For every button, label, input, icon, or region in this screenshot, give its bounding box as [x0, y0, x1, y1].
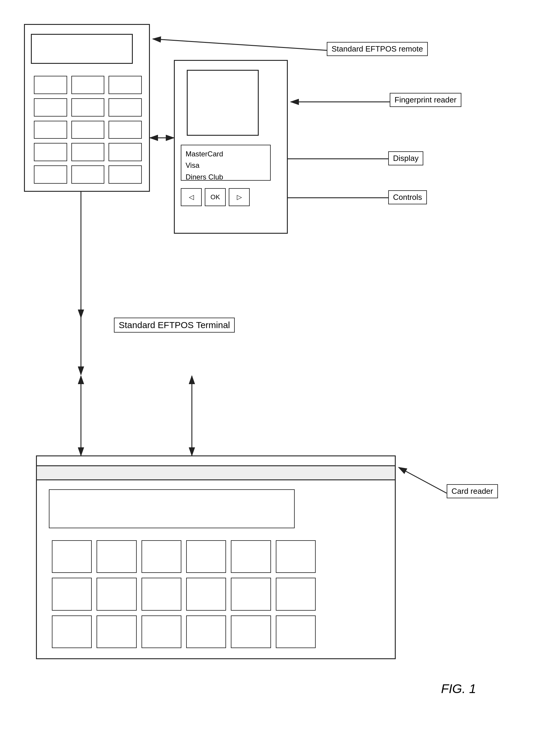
- cr-key: [186, 615, 226, 648]
- eftpos-terminal-label: Standard EFTPOS Terminal: [114, 318, 235, 333]
- fp-sensor: [187, 70, 259, 136]
- cr-key: [231, 540, 271, 573]
- cr-key: [52, 578, 92, 610]
- mastercard-label: MasterCard: [186, 148, 266, 160]
- cr-key: [276, 615, 316, 648]
- cr-key: [186, 540, 226, 573]
- cr-key: [97, 540, 136, 573]
- eftpos-remote-screen: [31, 34, 133, 64]
- cr-key: [141, 540, 181, 573]
- cr-key: [231, 615, 271, 648]
- fingerprint-reader-label-text: Fingerprint reader: [395, 95, 457, 104]
- remote-key: [109, 98, 142, 117]
- cr-key: [97, 578, 136, 610]
- cr-key: [231, 578, 271, 610]
- remote-key: [34, 76, 67, 94]
- right-control-btn[interactable]: ▷: [229, 188, 250, 206]
- fp-display-area: MasterCard Visa Diners Club: [181, 145, 271, 181]
- figure-label: FIG. 1: [441, 682, 476, 696]
- cr-key: [52, 615, 92, 648]
- eftpos-remote-label-text: Standard EFTPOS remote: [332, 44, 423, 53]
- diagram: Standard EFTPOS remote MasterCard Visa D…: [0, 0, 560, 732]
- remote-key: [71, 121, 105, 139]
- cr-key: [276, 540, 316, 573]
- card-reader-display: [49, 489, 295, 528]
- remote-key: [109, 76, 142, 94]
- remote-key: [71, 143, 105, 161]
- eftpos-terminal-label-text: Standard EFTPOS Terminal: [119, 320, 230, 330]
- remote-key: [109, 165, 142, 184]
- eftpos-remote-device: [24, 24, 150, 192]
- remote-key: [71, 165, 105, 184]
- remote-key: [71, 76, 105, 94]
- card-reader-keypad: [49, 537, 319, 651]
- card-reader-label: Card reader: [447, 484, 498, 498]
- ok-control-btn[interactable]: OK: [205, 188, 226, 206]
- eftpos-remote-label: Standard EFTPOS remote: [327, 42, 428, 56]
- remote-key: [34, 143, 67, 161]
- remote-key: [71, 98, 105, 117]
- visa-label: Visa: [186, 160, 266, 171]
- controls-label-text: Controls: [393, 193, 422, 202]
- cr-key: [141, 615, 181, 648]
- card-reader-label-text: Card reader: [451, 486, 493, 495]
- card-reader-device: [36, 455, 396, 659]
- fp-controls-area: ◁ OK ▷: [181, 187, 271, 208]
- remote-key: [34, 121, 67, 139]
- remote-key: [34, 98, 67, 117]
- remote-key: [34, 165, 67, 184]
- cr-key: [52, 540, 92, 573]
- diners-label: Diners Club: [186, 171, 266, 183]
- fig-label-text: FIG. 1: [441, 682, 476, 696]
- cr-key: [97, 615, 136, 648]
- fingerprint-reader-label: Fingerprint reader: [390, 93, 461, 107]
- remote-key: [109, 143, 142, 161]
- card-reader-stripe: [37, 465, 395, 480]
- display-label-text: Display: [393, 154, 419, 163]
- left-control-btn[interactable]: ◁: [181, 188, 202, 206]
- svg-line-12: [399, 467, 447, 493]
- svg-line-3: [153, 39, 327, 50]
- display-label: Display: [388, 151, 423, 165]
- cr-key: [276, 578, 316, 610]
- eftpos-remote-keypad: [31, 73, 145, 187]
- cr-key: [186, 578, 226, 610]
- remote-key: [109, 121, 142, 139]
- controls-label: Controls: [388, 190, 427, 204]
- fingerprint-module: MasterCard Visa Diners Club ◁ OK ▷: [174, 60, 288, 234]
- cr-key: [141, 578, 181, 610]
